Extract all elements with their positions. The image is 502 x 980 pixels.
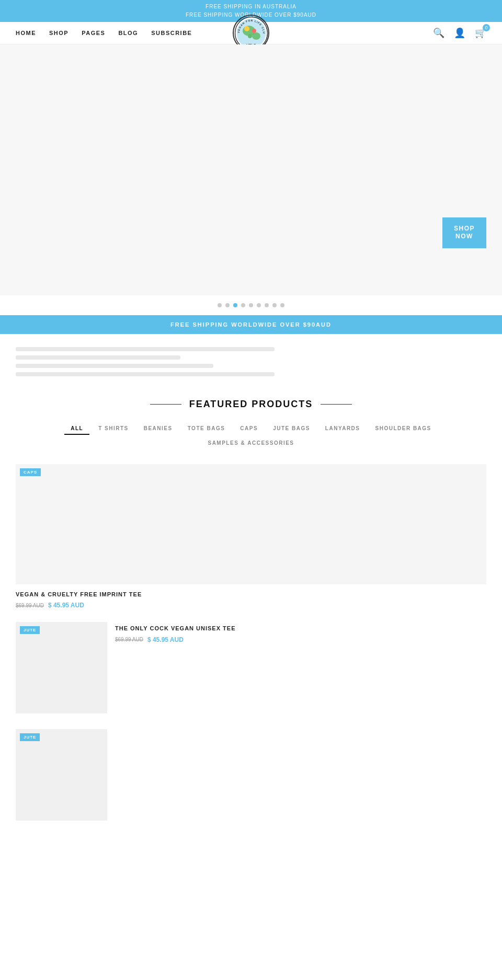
dot-2[interactable]: [233, 303, 237, 307]
dot-0[interactable]: [218, 303, 222, 307]
nav-home[interactable]: HOME: [16, 30, 36, 36]
account-icon[interactable]: 👤: [454, 27, 465, 39]
dot-8[interactable]: [280, 303, 284, 307]
product-3-badge: JUTE: [20, 733, 40, 741]
tab-caps[interactable]: CAPS: [234, 423, 264, 435]
text-line-1: [16, 347, 275, 351]
dot-5[interactable]: [257, 303, 261, 307]
cart-icon[interactable]: 🛒 0: [475, 27, 486, 39]
product-2-image[interactable]: JUTE: [16, 622, 107, 713]
text-line-2: [16, 355, 180, 360]
category-tabs: ALL T SHIRTS BEANIES TOTE BAGS CAPS JUTE…: [16, 423, 486, 448]
product-2-sale-price: $ 45.95 AUD: [147, 636, 184, 643]
featured-title: FEATURED PRODUCTS: [16, 399, 486, 410]
dot-7[interactable]: [272, 303, 277, 307]
product-1-name: VEGAN & CRUELTY FREE IMPRINT TEE: [16, 591, 486, 598]
product-3-image[interactable]: JUTE: [16, 729, 107, 821]
product-2-name: THE ONLY COCK VEGAN UNISEX TEE: [115, 625, 486, 632]
single-products-list: JUTE THE ONLY COCK VEGAN UNISEX TEE $69.…: [16, 617, 486, 831]
shipping-text: FREE SHIPPING WORLDWIDE OVER $90AUD: [0, 321, 502, 328]
featured-heading: FEATURED PRODUCTS: [189, 399, 313, 410]
tab-shoulderbags[interactable]: SHOULDER BAGS: [369, 423, 438, 435]
svg-point-3: [252, 32, 260, 40]
product-3-info: [115, 729, 486, 735]
tab-beanies[interactable]: BEANIES: [138, 423, 179, 435]
text-line-4: [16, 372, 275, 376]
shipping-banner: FREE SHIPPING WORLDWIDE OVER $90AUD: [0, 315, 502, 334]
nav-links: HOME SHOP PAGES BLOG SUBSCRIBE: [16, 30, 192, 36]
svg-point-6: [248, 34, 252, 38]
product-3-row: JUTE: [16, 729, 486, 826]
tab-totebags[interactable]: TOTE BAGS: [181, 423, 232, 435]
product-2-info: THE ONLY COCK VEGAN UNISEX TEE $69.99 AU…: [115, 622, 486, 643]
title-line-left: [150, 404, 181, 405]
dot-3[interactable]: [241, 303, 245, 307]
tab-tshirts[interactable]: T SHIRTS: [92, 423, 135, 435]
text-lines-section: [0, 334, 502, 388]
text-line-3: [16, 364, 213, 368]
product-1-prices: $69.99 AUD $ 45.95 AUD: [16, 602, 486, 609]
cart-badge-count: 0: [483, 24, 490, 31]
dot-4[interactable]: [249, 303, 253, 307]
product-1-badge: CAPS: [20, 468, 41, 476]
svg-point-4: [244, 26, 249, 31]
nav-subscribe[interactable]: SUBSCRIBE: [151, 30, 192, 36]
featured-section: FEATURED PRODUCTS ALL T SHIRTS BEANIES T…: [0, 388, 502, 841]
navigation: HOME SHOP PAGES BLOG SUBSCRIBE VEGAN F: [0, 22, 502, 44]
nav-icons: 🔍 👤 🛒 0: [433, 27, 486, 39]
svg-point-5: [252, 29, 256, 33]
product-2-badge: JUTE: [20, 626, 40, 634]
nav-blog[interactable]: BLOG: [118, 30, 138, 36]
search-icon[interactable]: 🔍: [433, 27, 444, 39]
nav-shop[interactable]: SHOP: [49, 30, 69, 36]
tab-jutebags[interactable]: JUTE BAGS: [267, 423, 316, 435]
product-2-prices: $69.99 AUD $ 45.95 AUD: [115, 636, 486, 643]
title-line-right: [321, 404, 352, 405]
dot-6[interactable]: [265, 303, 269, 307]
product-1-sale-price: $ 45.95 AUD: [48, 602, 84, 609]
product-2-row: JUTE THE ONLY COCK VEGAN UNISEX TEE $69.…: [16, 622, 486, 719]
product-1-container: CAPS VEGAN & CRUELTY FREE IMPRINT TEE $6…: [16, 464, 486, 609]
nav-pages[interactable]: PAGES: [82, 30, 105, 36]
announcement-line1: FREE SHIPPING IN AUSTRALIA: [0, 3, 502, 11]
tab-samples[interactable]: SAMPLES & ACCESSORIES: [201, 437, 300, 448]
tab-lanyards[interactable]: LANYARDS: [319, 423, 367, 435]
carousel-dots: [0, 295, 502, 315]
shop-now-button[interactable]: SHOP NOW: [442, 217, 486, 248]
product-1-image[interactable]: [16, 464, 486, 584]
product-2-original-price: $69.99 AUD: [115, 637, 143, 642]
dot-1[interactable]: [225, 303, 230, 307]
tab-all[interactable]: ALL: [64, 423, 89, 435]
hero-slider: SHOP NOW: [0, 44, 502, 295]
product-1-original-price: $69.99 AUD: [16, 603, 44, 608]
